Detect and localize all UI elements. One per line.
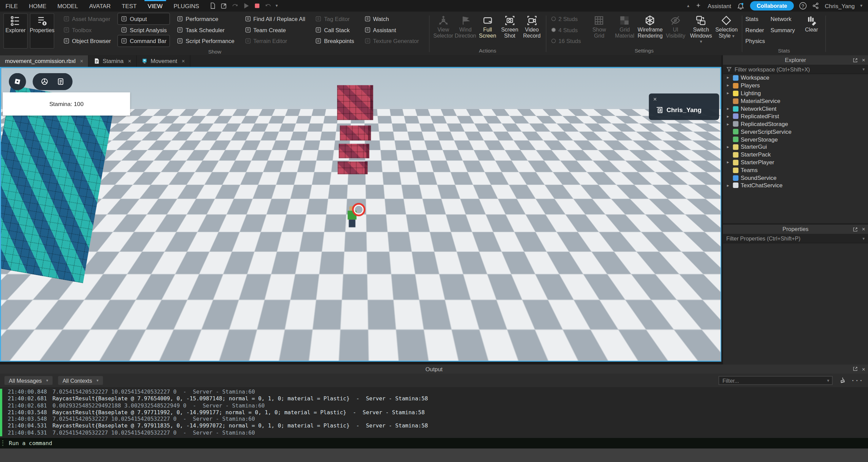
explorer-item-networkclient[interactable]: ▸NetworkClient [723, 105, 868, 112]
explorer-item-serverscriptservice[interactable]: ServerScriptService [723, 128, 868, 136]
expand-arrow-icon[interactable]: ▸ [725, 183, 731, 188]
menu-home[interactable]: HOME [23, 0, 52, 12]
command-bar[interactable]: Run a command [0, 438, 868, 448]
team-create-button[interactable]: Team Create [242, 24, 308, 36]
log-line[interactable]: 21:40:04.5317.025415420532227 10.0254154… [8, 429, 868, 436]
user-name[interactable]: Chris_Yang [825, 2, 854, 9]
4-studs-radio[interactable]: 4 Studs [549, 24, 583, 36]
assistant-sparkle-icon[interactable] [695, 2, 702, 9]
command-bar-button[interactable]: Command Bar [118, 35, 170, 46]
close-icon[interactable]: × [653, 96, 657, 102]
share-icon[interactable] [812, 2, 819, 9]
popout-icon[interactable] [852, 57, 858, 63]
explorer-item-materialservice[interactable]: MaterialService [723, 97, 868, 105]
menu-plugins[interactable]: PLUGINS [168, 0, 205, 12]
explorer-button[interactable]: Explorer [3, 13, 28, 48]
roblox-menu-button[interactable] [9, 73, 26, 90]
clear-stats-button[interactable]: Clear [801, 13, 823, 45]
asset-manager-button[interactable]: Asset Manager [60, 13, 114, 24]
expand-arrow-icon[interactable]: ▸ [725, 145, 731, 150]
assistant-button[interactable]: Assistant [361, 24, 422, 36]
log-line[interactable]: 21:40:03.548RaycastResult{Baseplate @ 7.… [8, 409, 868, 416]
performance-button[interactable]: Performance [174, 13, 237, 24]
object-browser-button[interactable]: Object Browser [60, 35, 114, 46]
output-button[interactable]: Output [118, 13, 170, 24]
view-selector-button[interactable]: View Selector [432, 13, 454, 45]
grid-material-button[interactable]: Grid Material [612, 13, 637, 45]
full-screen-button[interactable]: Full Screen [476, 13, 498, 45]
more-options-icon[interactable]: ··· [851, 376, 864, 385]
chevron-down-icon[interactable]: ▾ [863, 236, 865, 241]
messages-filter-dropdown[interactable]: All Messages▾ [4, 376, 53, 385]
menu-view[interactable]: VIEW [142, 0, 168, 12]
user-caret-icon[interactable]: ▾ [860, 3, 863, 8]
qat-dropdown-icon[interactable]: ▾ [276, 3, 278, 8]
open-file-icon[interactable] [220, 2, 227, 9]
video-record-button[interactable]: Video Record [521, 13, 543, 45]
2-studs-radio[interactable]: 2 Studs [549, 13, 583, 24]
tab-stamina[interactable]: Stamina× [89, 55, 137, 67]
log-line[interactable]: 21:40:04.531RaycastResult{Baseplate @ 7.… [8, 423, 868, 429]
wireframe-rendering-button[interactable]: Wireframe Rendering [637, 13, 663, 45]
switch-windows-button[interactable]: Switch Windows ▾ [688, 13, 714, 45]
tag-editor-button[interactable]: Tag Editor [312, 13, 357, 24]
stats-stat-toggle[interactable]: Stats [745, 13, 765, 24]
call-stack-button[interactable]: Call Stack [312, 24, 357, 36]
close-icon[interactable]: × [862, 226, 865, 232]
find-all-replace-all-button[interactable]: Find All / Replace All [242, 13, 308, 24]
properties-button[interactable]: Properties [30, 13, 54, 48]
explorer-item-players[interactable]: ▸Players [723, 82, 868, 89]
explorer-item-startergui[interactable]: ▸StarterGui [723, 143, 868, 151]
show-grid-button[interactable]: Show Grid [587, 13, 612, 45]
explorer-item-soundservice[interactable]: SoundService [723, 174, 868, 182]
notifications-bell-icon[interactable] [737, 2, 745, 10]
expand-arrow-icon[interactable]: ▸ [725, 160, 731, 165]
stop-icon[interactable] [253, 2, 260, 9]
explorer-item-serverstorage[interactable]: ServerStorage [723, 135, 868, 143]
output-log-area[interactable]: 21:40:00.8487.025415420532227 10.0254154… [0, 387, 868, 438]
explorer-item-workspace[interactable]: ▸Workspace [723, 74, 868, 82]
play-icon[interactable] [242, 2, 250, 9]
clear-output-broom-icon[interactable] [838, 377, 846, 384]
watch-button[interactable]: Watch [361, 13, 422, 24]
terrain-editor-button[interactable]: Terrain Editor [242, 35, 308, 46]
explorer-item-starterpack[interactable]: StarterPack [723, 151, 868, 159]
properties-filter[interactable]: Filter Properties (Ctrl+Shift+P) ▾ [723, 234, 868, 244]
network-stat-toggle[interactable]: Network [770, 13, 795, 24]
chevron-down-icon[interactable]: ▾ [863, 67, 865, 72]
controls-icon[interactable] [40, 78, 48, 86]
collaborate-button[interactable]: Collaborate [750, 1, 794, 10]
screen-shot-button[interactable]: Screen Shot [499, 13, 521, 45]
physics-stat-toggle[interactable]: Physics [745, 35, 765, 46]
explorer-item-teams[interactable]: Teams [723, 166, 868, 174]
tab-movement-commission-rbxl[interactable]: movement_commission.rbxl× [0, 55, 89, 67]
task-scheduler-button[interactable]: Task Scheduler [174, 24, 237, 36]
assistant-label[interactable]: Assistant [708, 2, 731, 9]
undo-icon[interactable] [264, 2, 272, 9]
collapse-ribbon-icon[interactable]: ▴ [687, 3, 690, 8]
16-studs-radio[interactable]: 16 Studs [549, 35, 583, 46]
selection-style-button[interactable]: Selection Style ▾ [714, 13, 739, 45]
filter-funnel-icon[interactable] [726, 66, 732, 72]
breakpoints-button[interactable]: Breakpoints [312, 35, 357, 46]
explorer-filter[interactable]: Filter workspace (Ctrl+Shift+X) ▾ [723, 65, 868, 74]
output-filter-input[interactable]: Filter...▾ [718, 376, 832, 385]
new-file-icon[interactable] [209, 2, 216, 9]
log-line[interactable]: 21:40:00.8487.025415420532227 10.0254154… [8, 389, 868, 396]
log-line[interactable]: 21:40:03.5487.025415420532227 10.0254154… [8, 416, 868, 423]
expand-arrow-icon[interactable]: ▸ [725, 106, 731, 111]
tab-movement[interactable]: Movement× [137, 55, 190, 67]
menu-model[interactable]: MODEL [52, 0, 84, 12]
explorer-item-lighting[interactable]: ▸Lighting [723, 89, 868, 97]
3d-viewport[interactable]: Stamina: 100 × Chris_Yang [0, 67, 721, 362]
close-icon[interactable]: × [182, 58, 185, 64]
expand-arrow-icon[interactable]: ▸ [725, 122, 731, 127]
popout-icon[interactable] [852, 227, 858, 232]
log-line[interactable]: 21:40:02.681RaycastResult{Baseplate @ 7.… [8, 396, 868, 402]
help-icon[interactable]: ? [799, 2, 806, 9]
script-analysis-button[interactable]: Script Analysis [118, 24, 170, 36]
close-icon[interactable]: × [862, 366, 865, 372]
drag-handle[interactable] [2, 440, 3, 447]
explorer-item-replicatedstorage[interactable]: ▸ReplicatedStorage [723, 120, 868, 128]
popout-icon[interactable] [852, 366, 858, 372]
